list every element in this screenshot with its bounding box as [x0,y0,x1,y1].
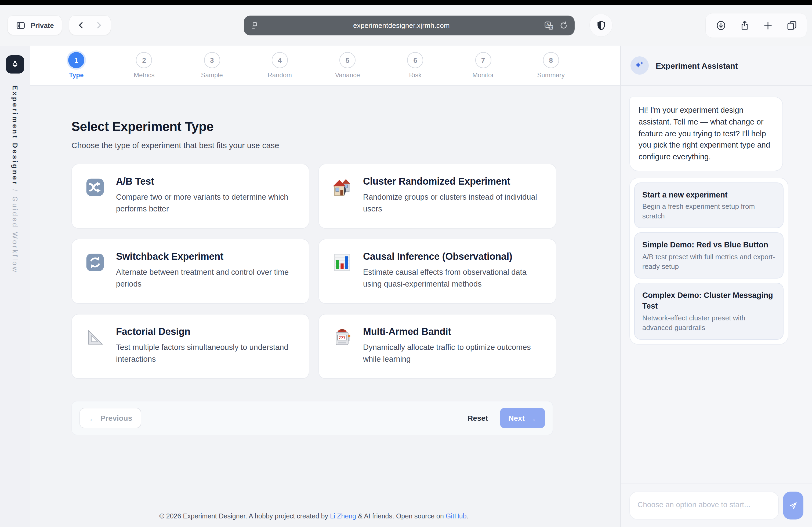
assistant-title: Experiment Assistant [656,61,738,70]
back-button[interactable] [73,17,90,34]
new-tab-icon [763,20,773,31]
assistant-header: Experiment Assistant [621,46,812,86]
step-random[interactable]: 4Random [246,52,314,79]
option-title: Simple Demo: Red vs Blue Button [642,240,775,251]
step-circle: 3 [204,52,220,68]
page-footer: © 2026 Experiment Designer. A hobby proj… [71,512,556,527]
author-link[interactable]: Li Zheng [330,512,356,520]
card-body: A/B TestCompare two or more variants to … [116,176,296,216]
card-title: Cluster Randomized Experiment [363,176,543,187]
step-sample[interactable]: 3Sample [178,52,246,79]
step-label: Random [267,71,292,79]
workflow-stepper: 1Type2Metrics3Sample4Random5Variance6Ris… [30,46,620,86]
assistant-input-bar [621,483,812,527]
step-circle: 1 [68,52,84,68]
app-title: Experiment Designer [11,85,19,186]
experiment-type-card[interactable]: Factorial DesignTest multiple factors si… [71,314,309,379]
menu-bar-strip [0,0,812,5]
downloads-button[interactable] [709,15,733,36]
step-circle: 8 [543,52,559,68]
assistant-input[interactable] [629,492,779,520]
step-label: Type [69,71,84,79]
card-description: Compare two or more variants to determin… [116,192,296,215]
step-risk[interactable]: 6Risk [381,52,450,79]
bar-chart-icon [332,251,353,291]
assistant-option-card[interactable]: Complex Demo: Cluster Messaging TestNetw… [634,283,784,340]
assistant-options: Start a new experimentBegin a fresh expe… [629,178,788,345]
step-circle: 4 [272,52,288,68]
translate-icon[interactable]: A 文 [543,20,554,31]
page-subtitle: Choose the type of experiment that best … [71,140,620,150]
svg-text:777: 777 [338,335,345,340]
share-button[interactable] [733,15,756,36]
step-label: Monitor [472,71,494,79]
downloads-icon [715,20,726,31]
shield-icon [595,19,607,31]
card-description: Test multiple factors simultaneously to … [116,342,296,365]
card-description: Dynamically allocate traffic to optimize… [363,342,543,365]
private-label: Private [31,21,54,29]
assistant-panel: Experiment Assistant Hi! I'm your experi… [620,46,812,527]
svg-text:文: 文 [549,25,553,29]
app-vertical-title: Experiment Designer / Guided Workflow [11,85,19,273]
main-column: 1Type2Metrics3Sample4Random5Variance6Ris… [30,46,620,527]
card-title: Switchback Experiment [116,251,296,262]
experiment-type-card[interactable]: Causal Inference (Observational)Estimate… [318,239,556,304]
arrow-right-icon: → [528,413,536,423]
step-label: Sample [201,71,223,79]
assistant-greeting-bubble: Hi! I'm your experiment design assistant… [629,96,783,171]
experiment-type-card[interactable]: A/B TestCompare two or more variants to … [71,164,309,229]
card-body: Causal Inference (Observational)Estimate… [363,251,543,291]
option-description: Network-effect cluster preset with advan… [642,313,775,333]
cycle-icon [85,251,106,291]
card-body: Switchback ExperimentAlternate between t… [116,251,296,291]
step-label: Variance [335,71,360,79]
previous-button[interactable]: ← Previous [79,408,141,428]
forward-button[interactable] [90,17,108,34]
assistant-option-card[interactable]: Start a new experimentBegin a fresh expe… [634,182,784,228]
tab-overview-icon [786,20,797,31]
github-link[interactable]: GitHub [446,512,467,520]
app-logo-badge[interactable] [6,55,24,74]
card-title: Factorial Design [116,326,296,337]
wizard-action-bar: ← Previous Reset Next → [71,401,553,435]
step-type[interactable]: 1Type [42,52,110,79]
experiment-type-grid: A/B TestCompare two or more variants to … [71,164,556,379]
footer-text: . [467,512,468,520]
option-description: Begin a fresh experiment setup from scra… [642,202,775,221]
address-bar[interactable]: experimentdesigner.xjrmh.com A 文 [244,16,575,35]
option-title: Start a new experiment [642,190,775,200]
sparkles-icon [634,60,646,71]
step-metrics[interactable]: 2Metrics [110,52,178,79]
experiment-type-card[interactable]: 777Multi-Armed BanditDynamically allocat… [318,314,556,379]
reset-button[interactable]: Reset [459,408,496,428]
assistant-option-card[interactable]: Simple Demo: Red vs Blue ButtonA/B test … [634,232,784,278]
step-variance[interactable]: 5Variance [314,52,381,79]
url-text: experimentdesigner.xjrmh.com [259,21,543,30]
tab-overview-button[interactable] [780,15,803,36]
send-button[interactable] [783,492,803,520]
title-separator: / [11,186,19,196]
content-blocker-button[interactable] [590,14,612,36]
browser-toolbar: Private [0,5,812,46]
private-browsing-badge[interactable]: Private [8,16,62,35]
page-title: Select Experiment Type [71,119,620,134]
forward-icon [94,20,104,30]
new-tab-button[interactable] [756,15,780,36]
step-label: Metrics [134,71,155,79]
reload-icon[interactable] [559,21,568,30]
next-button[interactable]: Next → [500,408,545,428]
assistant-messages: Hi! I'm your experiment design assistant… [621,86,812,483]
website-settings-icon[interactable] [250,21,259,30]
experiment-type-card[interactable]: Cluster Randomized ExperimentRandomize g… [318,164,556,229]
nav-buttons [70,16,111,35]
card-description: Estimate causal effects from observation… [363,267,543,290]
step-label: Summary [537,71,565,79]
card-body: Cluster Randomized ExperimentRandomize g… [363,176,543,216]
step-summary[interactable]: 8Summary [517,52,585,79]
flask-icon [10,60,20,69]
back-icon [76,20,86,30]
step-monitor[interactable]: 7Monitor [449,52,517,79]
browser-window: Private [0,0,812,527]
experiment-type-card[interactable]: Switchback ExperimentAlternate between t… [71,239,309,304]
